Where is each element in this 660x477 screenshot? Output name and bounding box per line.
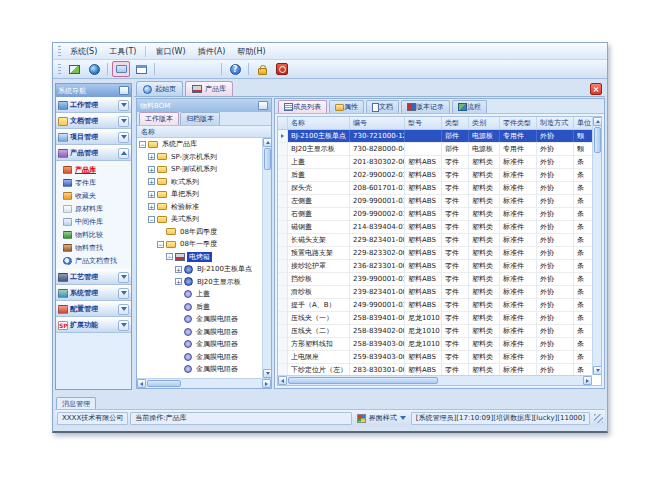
table-row[interactable]: 提手（A、B）249-990001-01X塑料ABS零件塑料类标准件外协条 <box>278 299 592 312</box>
bom-panel-menu-button[interactable] <box>258 101 268 110</box>
sidebar-group-document[interactable]: 文档管理 <box>56 113 131 129</box>
sidebar-group-project[interactable]: 项目管理 <box>56 129 131 145</box>
tree-vertical-scrollbar[interactable] <box>262 138 271 378</box>
table-row[interactable]: 接纱轮护罩236-823301-00X塑料ABS零件塑料类标准件外协条 <box>278 260 592 273</box>
column-header[interactable]: 制造方式 <box>537 117 574 129</box>
toolbar-button[interactable]: ? <box>226 61 244 77</box>
toolbar-button[interactable] <box>199 61 217 77</box>
tree-item[interactable]: 金属膜电阻器 <box>137 338 262 351</box>
bom-tab[interactable]: 归档版本 <box>180 112 220 125</box>
table-row[interactable]: 上盖201-830302-00X塑料ABS零件塑料类标准件外协条 <box>278 156 592 169</box>
sidebar-group-craft[interactable]: 工艺管理 <box>56 269 131 285</box>
toolbar-button[interactable] <box>65 61 83 77</box>
table-row[interactable]: 压线夹（二）258-839402-00X尼龙1010零件塑料类标准件外协条 <box>278 325 592 338</box>
grid-vertical-scrollbar[interactable] <box>592 117 601 375</box>
table-row[interactable]: 长磁头支架229-823401-00X塑料ABS零件塑料类标准件外协条 <box>278 234 592 247</box>
sidebar-item-raw-material[interactable]: 原材料库 <box>56 202 131 215</box>
grid-horizontal-scrollbar[interactable] <box>278 375 592 385</box>
table-row[interactable]: 右侧盖209-990002-01X塑料ABS零件塑料类标准件外协条 <box>278 208 592 221</box>
column-header[interactable]: 名称 <box>288 117 350 129</box>
scroll-left-button[interactable] <box>137 379 146 388</box>
toolbar-button[interactable] <box>112 61 130 77</box>
toolbar-drag-handle[interactable] <box>58 64 61 75</box>
table-row[interactable]: 后盖202-990002-01X塑料ABS零件塑料类标准件外协条 <box>278 169 592 182</box>
close-icon[interactable] <box>590 83 602 95</box>
menu-item[interactable]: 系统(S) <box>64 44 103 59</box>
scroll-right-button[interactable] <box>583 376 592 385</box>
table-row[interactable]: 下纱定位片（左）283-830301-00X塑料ABS零件塑料类标准件外协条 <box>278 364 592 375</box>
scroll-down-button[interactable] <box>593 366 602 375</box>
sidebar-item-part-library[interactable]: 零件库 <box>56 176 131 189</box>
table-row[interactable]: 方形塑料线扣258-839403-00X尼龙1010零件塑料类标准件外协条 <box>278 338 592 351</box>
expand-toggle[interactable]: + <box>148 166 155 173</box>
menubar-drag-handle[interactable] <box>58 46 61 57</box>
sidebar-item-product-library[interactable]: 产品库 <box>56 163 131 176</box>
expand-toggle[interactable]: + <box>148 191 155 198</box>
column-header[interactable]: 类型 <box>442 117 469 129</box>
table-row[interactable]: 上电限座259-839403-00X塑料ABS零件塑料类标准件外协条 <box>278 351 592 364</box>
tree-item[interactable]: 金属膜电阻器 <box>137 326 262 339</box>
expand-toggle[interactable]: + <box>175 278 182 285</box>
member-tab[interactable]: 流程 <box>452 100 487 113</box>
tree-item[interactable]: +BJ20主显示板 <box>137 276 262 289</box>
scroll-thumb[interactable] <box>147 380 181 387</box>
tree-item[interactable]: −系统产品库 <box>137 138 262 151</box>
menu-item[interactable]: 帮助(H) <box>231 44 271 59</box>
member-tab[interactable]: 成员列表 <box>278 100 327 113</box>
tree-item[interactable]: −美式系列 <box>137 213 262 226</box>
toolbar-button[interactable] <box>159 61 177 77</box>
column-header[interactable]: 类别 <box>469 117 500 129</box>
expand-toggle[interactable]: − <box>139 141 146 148</box>
tree-item[interactable]: +SP-演示机系列 <box>137 151 262 164</box>
expand-toggle[interactable]: − <box>166 253 173 260</box>
sidebar-item-intermediate[interactable]: 中间件库 <box>56 215 131 228</box>
tree-item[interactable]: −08年一季度 <box>137 238 262 251</box>
tree-item[interactable]: +BJ-2100主板单点 <box>137 263 262 276</box>
sidebar-group-extension[interactable]: SP扩展功能 <box>56 317 131 333</box>
tree-item[interactable]: 金属膜电阻器 <box>137 351 262 364</box>
table-row[interactable]: 磁钢盖214-839404-01X塑料ABS零件塑料类标准件外协条 <box>278 221 592 234</box>
chevron-button[interactable] <box>118 132 129 143</box>
scroll-up-button[interactable] <box>263 138 271 147</box>
tree-item[interactable]: +单把系列 <box>137 188 262 201</box>
toolbar-button[interactable] <box>179 61 197 77</box>
sidebar-item-material-search[interactable]: 物料查找 <box>56 241 131 254</box>
column-header[interactable]: 型号 <box>405 117 442 129</box>
chevron-button[interactable] <box>118 320 129 331</box>
member-tab[interactable]: 属性 <box>329 100 364 113</box>
tree-horizontal-scrollbar[interactable] <box>137 378 271 388</box>
tree-item[interactable]: 后盖 <box>137 301 262 314</box>
scroll-thumb[interactable] <box>594 127 601 153</box>
menu-item[interactable]: 工具(T) <box>103 44 142 59</box>
menu-item[interactable]: 插件(A) <box>192 44 232 59</box>
column-header[interactable]: 零件类型 <box>500 117 537 129</box>
scroll-right-button[interactable] <box>262 379 271 388</box>
toolbar-button[interactable] <box>273 61 291 77</box>
chevron-button[interactable] <box>118 116 129 127</box>
tree-item[interactable]: 上盖 <box>137 288 262 301</box>
tree-item[interactable]: 金属膜电阻器 <box>137 313 262 326</box>
bom-tab[interactable]: 工作版本 <box>139 112 179 125</box>
table-row[interactable]: 挡纱板239-990001-01X塑料ABS零件塑料类标准件外协条 <box>278 273 592 286</box>
tree-item[interactable]: +SP-测试机系列 <box>137 163 262 176</box>
tree-item[interactable]: 08年四季度 <box>137 226 262 239</box>
expand-toggle[interactable]: + <box>148 153 155 160</box>
sidebar-group-system[interactable]: 系统管理 <box>56 285 131 301</box>
member-tab[interactable]: 版本记录 <box>401 100 450 113</box>
sidebar-group-config[interactable]: 配置管理 <box>56 301 131 317</box>
chevron-button[interactable] <box>118 100 129 111</box>
table-row[interactable]: BJ-2100主板单点730-721000-12X部件电源板专用件外协颗 <box>278 130 592 143</box>
toolbar-button[interactable] <box>253 61 271 77</box>
resize-grip[interactable] <box>594 414 603 423</box>
scroll-left-button[interactable] <box>278 376 287 385</box>
chevron-button[interactable] <box>118 304 129 315</box>
chevron-button[interactable] <box>118 288 129 299</box>
table-row[interactable]: 压线夹（一）258-839401-00X尼龙1010零件塑料类标准件外协条 <box>278 312 592 325</box>
main-tab[interactable]: 产品库 <box>185 81 233 96</box>
table-row[interactable]: 滑纱板239-823401-00X塑料ABS零件塑料类标准件外协条 <box>278 286 592 299</box>
table-row[interactable]: 探头壳208-601701-01X塑料ABS零件塑料类标准件外协条 <box>278 182 592 195</box>
expand-toggle[interactable]: + <box>175 266 182 273</box>
message-management-tab[interactable]: 消息管理 <box>56 397 96 409</box>
column-header[interactable]: 编号 <box>350 117 405 129</box>
table-row[interactable]: 左侧盖209-990001-01X塑料ABS零件塑料类标准件外协条 <box>278 195 592 208</box>
